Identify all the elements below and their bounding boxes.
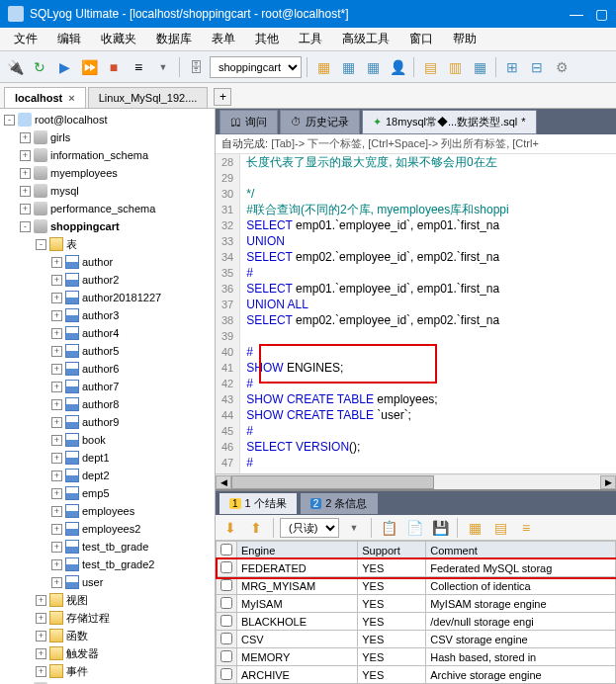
tree-node[interactable]: +myemployees (0, 164, 215, 182)
tree-toggle[interactable]: + (51, 364, 62, 375)
schema-tool-1[interactable]: ▤ (419, 56, 441, 78)
editor-scrollbar[interactable]: ◀ ▶ (216, 473, 616, 489)
connection-tab[interactable]: Linux_MySql_192.... (88, 87, 209, 108)
object-browser[interactable]: -root@localhost+girls+information_schema… (0, 109, 216, 684)
cell[interactable]: Archive storage engine (426, 666, 616, 684)
table-tool-1[interactable]: ▦ (312, 56, 334, 78)
tree-node[interactable]: +author (0, 253, 215, 271)
cell[interactable]: CSV storage engine (426, 631, 616, 648)
cell[interactable]: Collection of identica (426, 577, 616, 595)
row-checkbox[interactable] (217, 613, 237, 631)
save-icon[interactable]: 💾 (429, 517, 451, 539)
tree-toggle[interactable]: + (36, 613, 46, 624)
tree-toggle[interactable]: + (51, 417, 62, 428)
cell[interactable]: BLACKHOLE (237, 613, 358, 631)
code-body[interactable]: 长度代表了显示的最大宽度, 如果不够会用0在左 */#联合查询(不同的2个库, … (240, 154, 514, 473)
execute-all-icon[interactable]: ⏩ (78, 56, 100, 78)
tree-toggle[interactable]: + (51, 257, 62, 268)
tree-toggle[interactable]: + (51, 470, 62, 481)
scroll-track[interactable] (231, 475, 600, 489)
new-connection-icon[interactable]: 🔌 (4, 56, 26, 78)
tree-toggle[interactable]: + (51, 488, 62, 499)
tree-node[interactable]: +author3 (0, 306, 215, 324)
tree-toggle[interactable]: + (36, 631, 46, 641)
row-checkbox[interactable] (217, 595, 237, 613)
tree-toggle[interactable]: + (51, 435, 62, 446)
schema-tool-3[interactable]: ▦ (469, 56, 490, 78)
tree-node[interactable]: +author5 (0, 342, 215, 360)
tree-toggle[interactable]: + (20, 204, 31, 214)
cell[interactable]: YES (358, 648, 426, 666)
tree-toggle[interactable]: + (20, 168, 31, 179)
column-header[interactable]: Comment (426, 542, 616, 559)
scroll-left-button[interactable]: ◀ (216, 475, 231, 489)
table-tool-3[interactable]: ▦ (362, 56, 384, 78)
tree-node[interactable]: +girls (0, 128, 215, 146)
tree-toggle[interactable]: + (51, 399, 62, 410)
editor-tab[interactable]: 🕮 询问 (220, 110, 278, 134)
cell[interactable]: MEMORY (237, 648, 358, 666)
cell[interactable]: YES (358, 577, 426, 595)
cell[interactable]: MyISAM storage engine (426, 595, 616, 613)
tree-node[interactable]: +test_tb_grade (0, 538, 215, 556)
tree-node[interactable]: -shoppingcart (0, 217, 215, 235)
column-header[interactable]: Support (358, 542, 426, 559)
view-text-icon[interactable]: ≡ (515, 517, 537, 539)
database-selector[interactable]: shoppingcart (210, 56, 302, 78)
format-icon[interactable]: ≡ (128, 56, 149, 78)
cell[interactable]: Hash based, stored in (426, 648, 616, 666)
tree-node[interactable]: +author8 (0, 395, 215, 413)
tree-toggle[interactable]: + (51, 346, 62, 357)
table-tool-2[interactable]: ▦ (337, 56, 359, 78)
row-checkbox[interactable] (217, 577, 237, 595)
tree-node[interactable]: +user (0, 573, 215, 591)
menu-高级工具[interactable]: 高级工具 (334, 29, 397, 49)
tree-toggle[interactable]: + (36, 595, 46, 606)
menu-收藏夹[interactable]: 收藏夹 (93, 29, 144, 49)
readonly-selector[interactable]: (只读) (280, 518, 339, 538)
view-grid-icon[interactable]: ▦ (464, 517, 485, 539)
tree-node[interactable]: +author9 (0, 413, 215, 431)
add-connection-tab[interactable]: + (214, 88, 231, 106)
tree-toggle[interactable]: + (51, 310, 62, 321)
editor-tab[interactable]: ✦ 18mysql常◆...数据类型.sql* (362, 110, 537, 134)
cell[interactable]: Federated MySQL storag (426, 559, 616, 577)
table-row[interactable]: MEMORYYESHash based, stored in (217, 648, 616, 666)
tree-node[interactable]: -root@localhost (0, 111, 215, 128)
scroll-thumb[interactable] (231, 475, 434, 489)
tree-node[interactable]: +author2 (0, 271, 215, 289)
cell[interactable]: MRG_MYISAM (237, 577, 358, 595)
result-tab[interactable]: 22 条信息 (301, 493, 378, 514)
tree-node[interactable]: +book (0, 431, 215, 449)
view-form-icon[interactable]: ▤ (489, 517, 511, 539)
cell[interactable]: YES (358, 613, 426, 631)
sql-editor[interactable]: 2829303132333435363738394041424344454647… (216, 154, 616, 473)
grid-tool-2[interactable]: ⊟ (526, 56, 548, 78)
menu-表单[interactable]: 表单 (204, 29, 243, 49)
cell[interactable]: ARCHIVE (237, 666, 358, 684)
menu-文件[interactable]: 文件 (6, 29, 45, 49)
tree-toggle[interactable]: + (51, 524, 62, 535)
tree-toggle[interactable]: + (51, 453, 62, 464)
grid-tool-1[interactable]: ⊞ (501, 56, 523, 78)
cell[interactable]: YES (358, 666, 426, 684)
menu-数据库[interactable]: 数据库 (148, 29, 200, 49)
cell[interactable]: /dev/null storage engi (426, 613, 616, 631)
cell[interactable]: FEDERATED (237, 559, 358, 577)
tree-node[interactable]: +test_tb_grade2 (0, 556, 215, 573)
copy-row-icon[interactable]: 📋 (378, 517, 399, 539)
duplicate-icon[interactable]: 📄 (403, 517, 425, 539)
result-grid[interactable]: EngineSupportCommentFEDERATEDYESFederate… (216, 541, 616, 684)
tree-toggle[interactable]: + (51, 577, 62, 588)
tree-node[interactable]: +触发器 (0, 644, 215, 662)
tree-node[interactable]: +student (0, 680, 215, 684)
tree-toggle[interactable]: + (20, 186, 31, 197)
tree-toggle[interactable]: + (51, 382, 62, 392)
editor-tab[interactable]: ⏱ 历史记录 (280, 110, 360, 134)
user-tool[interactable]: 👤 (387, 56, 408, 78)
tree-node[interactable]: +dept1 (0, 449, 215, 467)
tree-toggle[interactable]: - (4, 115, 15, 126)
tree-toggle[interactable]: + (36, 648, 46, 659)
cell[interactable]: YES (358, 595, 426, 613)
tree-node[interactable]: +performance_schema (0, 200, 215, 217)
